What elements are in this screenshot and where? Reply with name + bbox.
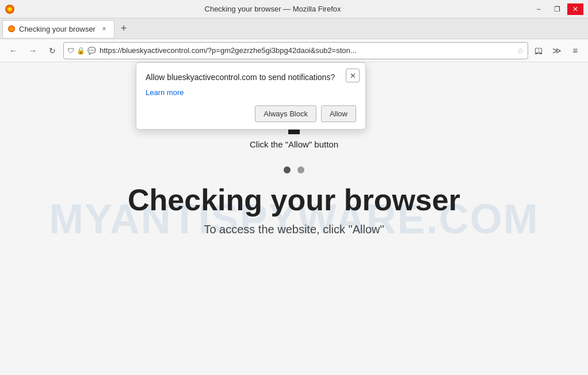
back-button[interactable]: ← bbox=[5, 42, 22, 59]
svg-point-4 bbox=[9, 26, 14, 31]
forward-button[interactable]: → bbox=[24, 42, 41, 59]
maximize-button[interactable]: ❐ bbox=[549, 3, 565, 15]
nav-bar: ← → ↻ 🛡 🔒 💬 ☆ 🕮 ≫ ≡ bbox=[0, 39, 588, 62]
sub-heading: To access the website, click "Allow" bbox=[204, 223, 384, 236]
title-bar-left bbox=[5, 4, 15, 14]
extensions-button[interactable]: ≫ bbox=[549, 43, 565, 59]
tab-favicon bbox=[7, 25, 16, 33]
popup-overlay: Allow blueskyactivecontrol.com to send n… bbox=[136, 62, 366, 130]
address-bar-icons: 🛡 🔒 💬 bbox=[67, 47, 96, 55]
address-input[interactable] bbox=[100, 46, 513, 55]
address-bar-container: 🛡 🔒 💬 ☆ bbox=[63, 42, 528, 59]
browser-tab[interactable]: Checking your browser × bbox=[2, 20, 114, 37]
allow-button[interactable]: Allow bbox=[321, 105, 356, 122]
new-tab-button[interactable]: + bbox=[116, 21, 132, 37]
title-text: Checking your browser — Mozilla Firefox bbox=[15, 5, 530, 13]
minimize-button[interactable]: − bbox=[530, 3, 547, 15]
lock-icon: 🔒 bbox=[77, 47, 85, 55]
menu-button[interactable]: ≡ bbox=[567, 43, 583, 59]
popup-buttons: Always Block Allow bbox=[146, 105, 356, 122]
close-button[interactable]: ✕ bbox=[567, 3, 583, 15]
dot-2 bbox=[297, 166, 304, 173]
learn-more-link[interactable]: Learn more bbox=[146, 88, 184, 97]
popup-title: Allow blueskyactivecontrol.com to send n… bbox=[146, 72, 356, 84]
main-heading: Checking your browser bbox=[128, 183, 460, 217]
bookmark-icon[interactable]: ☆ bbox=[517, 46, 524, 55]
toolbar-icons: 🕮 ≫ ≡ bbox=[530, 43, 583, 59]
notification-popup: Allow blueskyactivecontrol.com to send n… bbox=[136, 62, 366, 130]
dot-1 bbox=[284, 166, 291, 173]
title-bar: Checking your browser — Mozilla Firefox … bbox=[0, 0, 588, 18]
window-controls: − ❐ ✕ bbox=[530, 3, 583, 15]
tab-bar: Checking your browser × + bbox=[0, 18, 588, 39]
tab-label: Checking your browser bbox=[19, 25, 96, 33]
tab-close-button[interactable]: × bbox=[99, 24, 109, 34]
click-label: Click the "Allow" button bbox=[250, 139, 338, 149]
always-block-button[interactable]: Always Block bbox=[255, 105, 316, 122]
pocket-button[interactable]: 🕮 bbox=[530, 43, 547, 59]
chat-icon: 💬 bbox=[87, 47, 96, 55]
svg-point-2 bbox=[8, 7, 12, 11]
popup-close-button[interactable]: ✕ bbox=[346, 69, 360, 82]
dots-row bbox=[284, 166, 304, 173]
firefox-icon bbox=[5, 4, 15, 14]
shield-icon: 🛡 bbox=[67, 47, 74, 55]
reload-button[interactable]: ↻ bbox=[44, 42, 61, 59]
